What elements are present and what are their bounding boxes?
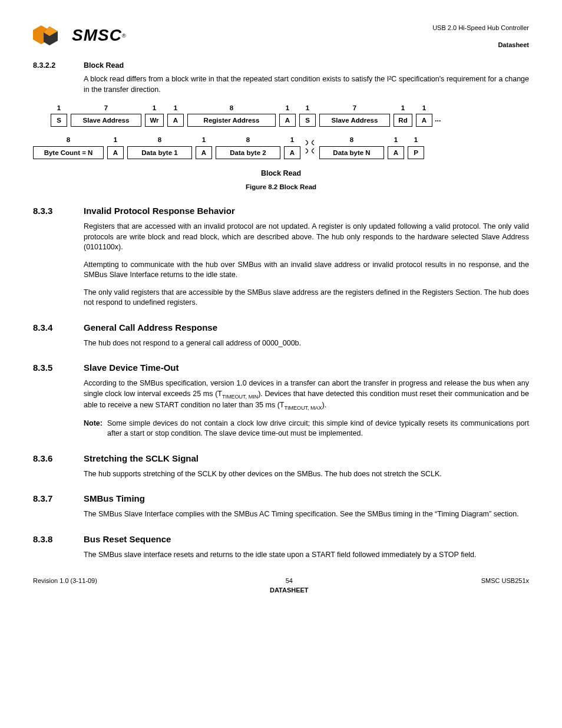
diagram-cell: 7Slave Address [319,103,390,127]
paragraph: A block read differs from a block write … [84,74,529,95]
paragraph: The only valid registers that are access… [84,288,529,308]
section-title: Bus Reset Sequence [84,533,171,545]
paragraph: Attempting to communicate with the hub o… [84,260,529,281]
diagram-cell: 8Data byte N [319,135,384,159]
diagram-cell: 8Data byte 2 [216,135,280,159]
paragraph: The hub supports stretching of the SCLK … [84,469,529,480]
diagram-cell: 1A [416,103,432,127]
section-8-3-5-heading: 8.3.5 Slave Device Time-Out [33,361,529,374]
doc-type: Datasheet [432,41,529,50]
section-title: Invalid Protocol Response Behavior [84,205,235,217]
footer-center: 54 DATASHEET [270,577,309,595]
section-8-3-7-heading: 8.3.7 SMBus Timing [33,492,529,505]
diagram-cell: 1A [279,103,296,127]
logo: SMSC® [33,24,126,47]
diagram-cell: 8Byte Count = N [33,135,104,159]
section-8-3-4-heading: 8.3.4 General Call Address Response [33,321,529,334]
block-read-diagram: 1S7Slave Address1Wr1A8Register Address1A… [33,103,529,159]
diagram-cell: 1A [388,135,404,159]
page-footer: Revision 1.0 (3-11-09) 54 DATASHEET SMSC… [33,577,529,595]
paragraph: The hub does not respond to a general ca… [84,338,529,349]
section-8-3-2-2-heading: 8.3.2.2 Block Read [33,61,529,71]
paragraph: The SMBus slave interface resets and ret… [84,550,529,561]
section-title: SMBus Timing [84,492,145,505]
paragraph: According to the SMBus specification, ve… [84,378,529,411]
section-number: 8.3.8 [33,533,84,545]
footer-revision: Revision 1.0 (3-11-09) [33,577,97,595]
section-8-3-6-heading: 8.3.6 Stretching the SCLK Signal [33,452,529,465]
section-number: 8.3.7 [33,492,84,505]
diagram-cell: 1A [196,135,212,159]
section-number: 8.3.3 [33,205,84,217]
section-number: 8.3.4 [33,321,84,334]
page-number: 54 [270,577,309,585]
paragraph: The SMBus Slave Interface complies with … [84,509,529,520]
diagram-cell: 1Wr [145,103,164,127]
section-8-3-8-heading: 8.3.8 Bus Reset Sequence [33,533,529,545]
diagram-caption: Block Read [33,169,529,179]
diagram-cell: 8Data byte 1 [127,135,192,159]
diagram-cell: 1Rd [394,103,412,127]
diagram-cell: 1S [51,103,67,127]
note-text: Some simple devices do not contain a clo… [107,419,529,439]
diagram-cell: 1A [107,135,124,159]
diagram-row-2: 8Byte Count = N1A8Data byte 11A8Data byt… [33,135,529,159]
section-number: 8.3.2.2 [33,61,84,71]
section-title: Stretching the SCLK Signal [84,452,199,465]
diagram-cell: 8Register Address [187,103,276,127]
diagram-cell: 1P [408,135,424,159]
section-title: Slave Device Time-Out [84,361,178,374]
section-8-3-3-heading: 8.3.3 Invalid Protocol Response Behavior [33,205,529,217]
note-label: Note: [84,419,103,439]
ellipsis: ... [432,114,443,127]
logo-icon [33,24,66,47]
section-title: Block Read [84,61,124,71]
footer-doctype: DATASHEET [270,586,309,595]
diagram-cell: 1S [299,103,316,127]
diagram-cell: 1A [167,103,184,127]
header-right: USB 2.0 Hi-Speed Hub Controller Datashee… [432,24,529,50]
section-number: 8.3.6 [33,452,84,465]
section-title: General Call Address Response [84,321,217,334]
figure-label: Figure 8.2 Block Read [33,182,529,192]
continuation-break-icon [304,138,316,159]
diagram-cell: 7Slave Address [71,103,141,127]
section-number: 8.3.5 [33,361,84,374]
diagram-cell: 1A [284,135,300,159]
paragraph: Registers that are accessed with an inva… [84,222,529,253]
logo-text: SMSC® [72,24,126,47]
product-name: USB 2.0 Hi-Speed Hub Controller [432,24,529,32]
page-header: SMSC® USB 2.0 Hi-Speed Hub Controller Da… [33,24,529,50]
note: Note: Some simple devices do not contain… [84,419,529,439]
diagram-row-1: 1S7Slave Address1Wr1A8Register Address1A… [51,103,529,127]
footer-part: SMSC USB251x [481,577,529,595]
